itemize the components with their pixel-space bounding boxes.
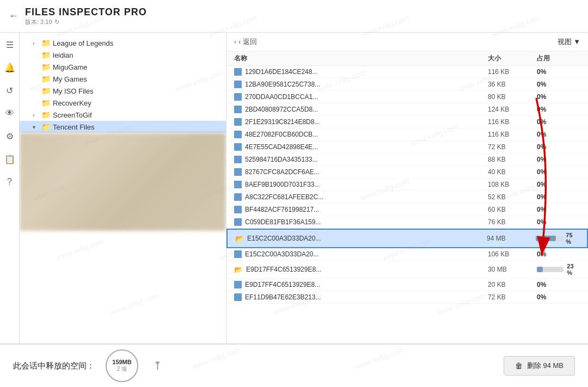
tree-item-myiso[interactable]: 📁 My ISO Files bbox=[20, 85, 226, 97]
file-name-text: 12BA90E9581C25C738... bbox=[245, 81, 320, 88]
clipboard-icon[interactable]: 📋 bbox=[3, 152, 16, 165]
table-row[interactable]: EF11D9B47E62E3B213... 72 KB 0% bbox=[226, 291, 588, 304]
table-row[interactable]: BF4482ACF761998217... 60 KB 0% bbox=[226, 204, 588, 216]
tree-item-leidian[interactable]: 📁 leidian bbox=[20, 49, 226, 61]
usage-zero: 0% bbox=[537, 93, 546, 101]
table-row[interactable]: 2BD40808972CCA5D8... 124 KB 0% bbox=[226, 103, 588, 116]
usage-zero: 0% bbox=[537, 81, 546, 88]
file-icon bbox=[234, 218, 242, 226]
tree-arrow-screentogif: › bbox=[33, 112, 39, 118]
file-name-text: C059DE81FB1F36A159... bbox=[245, 218, 321, 226]
table-row[interactable]: E15C2C00A3D33DA20... 106 KB 0% bbox=[226, 248, 588, 261]
folder-icon-league: 📁 bbox=[41, 39, 51, 47]
space-items: 2 项 bbox=[117, 365, 127, 373]
table-row[interactable]: 4E7E55CAD42898E4E... 72 KB 0% bbox=[226, 141, 588, 153]
file-name-cell: 82767CFC8A2DCF6AE... bbox=[234, 168, 488, 176]
file-size: 106 KB bbox=[488, 250, 537, 258]
file-name-cell: 4E7E55CAD42898E4E... bbox=[234, 143, 488, 151]
tree-label-myiso: My ISO Files bbox=[53, 87, 222, 95]
file-size: 116 KB bbox=[488, 118, 537, 126]
file-name-text: 2F1E29319C8214E8D8... bbox=[245, 118, 320, 126]
table-row[interactable]: C059DE81FB1F36A159... 76 KB 0% bbox=[226, 216, 588, 229]
file-usage: 75 % bbox=[536, 232, 579, 245]
refresh-icon[interactable]: ↺ bbox=[3, 84, 16, 97]
app-version: 版本: 3.10 ↻ bbox=[25, 18, 579, 26]
usage-zero: 0% bbox=[537, 131, 546, 138]
file-name-cell: 2BD40808972CCA5D8... bbox=[234, 106, 488, 113]
tree-item-migugame[interactable]: 📁 MiguGame bbox=[20, 61, 226, 73]
table-row[interactable]: 129D1A6DE184CE248... 116 KB 0% bbox=[226, 66, 588, 78]
file-table: 名称 大小 占用 129D1A6DE184CE248... 116 KB 0% … bbox=[226, 52, 588, 343]
tree-label-screentogif: ScreenToGif bbox=[53, 111, 222, 119]
file-name-cell: 270DDAA0CD1BCCA1... bbox=[234, 93, 488, 101]
file-size: 94 MB bbox=[487, 235, 536, 242]
file-icon bbox=[234, 118, 242, 126]
usage-zero: 0% bbox=[537, 118, 546, 126]
table-row[interactable]: 525984716DA3435133... 88 KB 0% bbox=[226, 153, 588, 166]
delete-button[interactable]: 🗑 删除 94 MB bbox=[504, 356, 575, 376]
file-size: 116 KB bbox=[488, 68, 537, 76]
file-name-text: 525984716DA3435133... bbox=[245, 156, 317, 163]
usage-bar-container bbox=[536, 236, 562, 241]
tree-arrow-tencent: ▾ bbox=[33, 124, 39, 130]
usage-zero: 0% bbox=[537, 143, 546, 151]
global-back-arrow[interactable]: ← bbox=[9, 10, 19, 22]
menu-icon[interactable]: ☰ bbox=[3, 38, 16, 51]
file-icon bbox=[234, 143, 242, 151]
usage-zero: 0% bbox=[537, 106, 546, 113]
tree-item-recoverkey[interactable]: 📁 RecoverKey bbox=[20, 97, 226, 109]
table-row[interactable]: 8AEF9B1900D7031F33... 108 KB 0% bbox=[226, 179, 588, 191]
file-usage: 0% bbox=[537, 81, 580, 88]
file-size: 30 MB bbox=[488, 266, 537, 273]
file-name-cell: 525984716DA3435133... bbox=[234, 156, 488, 163]
file-size: 72 KB bbox=[488, 143, 537, 151]
table-row[interactable]: E9D17FF4C6513929E8... 20 KB 0% bbox=[226, 279, 588, 291]
content-toolbar: ‹ ‹ 返回 视图 ▼ bbox=[226, 33, 588, 52]
file-name-text: 270DDAA0CD1BCCA1... bbox=[245, 93, 318, 101]
file-size: 88 KB bbox=[488, 156, 537, 163]
file-size: 80 KB bbox=[488, 93, 537, 101]
file-name-text: EF11D9B47E62E3B213... bbox=[245, 293, 321, 301]
usage-text: 75 % bbox=[566, 232, 579, 245]
col-size: 大小 bbox=[488, 54, 537, 63]
back-button[interactable]: ‹ ‹ 返回 bbox=[234, 37, 257, 47]
table-row[interactable]: 82767CFC8A2DCF6AE... 40 KB 0% bbox=[226, 166, 588, 179]
usage-zero: 0% bbox=[537, 168, 546, 176]
trash-icon: 🗑 bbox=[515, 361, 523, 370]
table-row[interactable]: 12BA90E9581C25C738... 36 KB 0% bbox=[226, 78, 588, 91]
usage-zero: 0% bbox=[537, 68, 546, 76]
file-name-text: E15C2C00A3D33DA20... bbox=[245, 250, 318, 258]
file-name-text: 2BD40808972CCA5D8... bbox=[245, 106, 318, 113]
folder-icon-mygames: 📁 bbox=[41, 75, 51, 83]
help-icon[interactable]: ? bbox=[3, 175, 16, 188]
table-row[interactable]: 270DDAA0CD1BCCA1... 80 KB 0% bbox=[226, 91, 588, 103]
file-name-text: E9D17FF4C6513929E8... bbox=[245, 281, 320, 288]
file-icon bbox=[234, 68, 242, 76]
sidebar-icons: ☰ 🔔 ↺ 👁 ⚙ 📋 ? bbox=[0, 33, 20, 343]
table-row[interactable]: 📂 E9D17FF4C6513929E8... 30 MB 23 % bbox=[226, 261, 588, 279]
share-icon[interactable]: ⤒ bbox=[149, 358, 166, 374]
gear-icon[interactable]: ⚙ bbox=[3, 130, 16, 143]
view-toggle-button[interactable]: 视图 ▼ bbox=[558, 37, 580, 47]
file-size: 60 KB bbox=[488, 206, 537, 213]
bell-icon[interactable]: 🔔 bbox=[3, 61, 16, 74]
file-usage: 0% bbox=[537, 93, 580, 101]
file-usage: 0% bbox=[537, 206, 580, 213]
file-name-cell: 129D1A6DE184CE248... bbox=[234, 68, 488, 76]
file-icon bbox=[234, 206, 242, 213]
file-icon bbox=[234, 156, 242, 163]
table-row[interactable]: 2F1E29319C8214E8D8... 116 KB 0% bbox=[226, 116, 588, 128]
table-row[interactable]: 48E27082F0CB60DCB... 116 KB 0% bbox=[226, 128, 588, 141]
file-usage: 0% bbox=[537, 293, 580, 301]
table-row[interactable]: A8C322FC681AFEEB2C... 52 KB 0% bbox=[226, 191, 588, 204]
refresh-icon[interactable]: ↻ bbox=[54, 19, 59, 26]
file-name-text: 82767CFC8A2DCF6AE... bbox=[245, 168, 320, 176]
eye-icon[interactable]: 👁 bbox=[3, 107, 16, 120]
tree-item-screentogif[interactable]: › 📁 ScreenToGif bbox=[20, 109, 226, 121]
tree-item-league[interactable]: › 📁 League of Legends bbox=[20, 37, 226, 49]
tree-item-tencent[interactable]: ▾ 📁 Tencent Files bbox=[20, 121, 226, 133]
table-header: 名称 大小 占用 bbox=[226, 52, 588, 66]
tree-item-mygames[interactable]: 📁 My Games bbox=[20, 73, 226, 85]
table-row[interactable]: 📂 E15C2C00A3D33DA20... 94 MB 75 % bbox=[226, 229, 588, 248]
file-size: 116 KB bbox=[488, 131, 537, 138]
